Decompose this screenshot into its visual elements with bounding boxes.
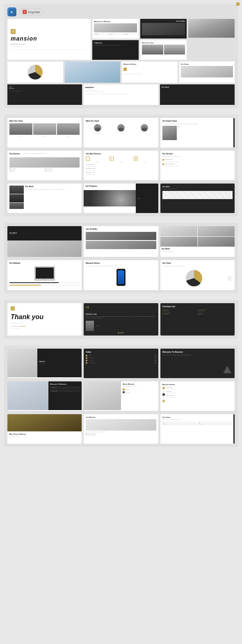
testimonial-author: Author Role (86, 321, 156, 331)
contact-item-3: Call & Message +1 234 567 890 (162, 313, 197, 315)
testimonial-photo (86, 321, 94, 331)
website-bars (9, 282, 80, 286)
best-service-slide: Our Best Service ⬡ Service ◈ Service ⬟ S… (84, 151, 158, 180)
mansion-name: mansion (85, 86, 157, 88)
work-grid-text: First Service ▶ Second ▶ Third (162, 251, 233, 252)
s2-desc2: Lorem ipsum dolor sit amet consectetur (162, 166, 233, 167)
wb-p1 (9, 186, 24, 194)
hero-row-2: Mansion History Lorem ipsum dolor sit am… (7, 61, 235, 83)
contact-item-1: Office Hours Mon-Sat 8am-6pm (162, 309, 197, 311)
work-box-photo (7, 240, 82, 257)
avatar-body-2 (118, 127, 124, 132)
mansion-dark-title: e Mansion (94, 42, 137, 44)
phone-notch-inner (120, 270, 122, 270)
why-photo (7, 414, 82, 431)
portfolio-photo (142, 23, 185, 35)
meet-team-slide: Meet Our Team (140, 40, 187, 60)
testimonial-slide: " Bramden Lucky The joy of life comes fr… (84, 303, 158, 336)
welcome-slide: Welcome To Mansion ■ Stat One ■ Stat Two… (92, 19, 139, 39)
stat-2: ■ Stat Two (109, 33, 123, 35)
t1-p2 (33, 123, 56, 135)
s2-item1-row: First Build Service (162, 159, 233, 161)
keynote-label: Keynote (28, 10, 40, 14)
cover-divider (11, 50, 87, 50)
portfolio-slide-dark: Our Portfolio (140, 19, 187, 39)
keynote-icon: K (23, 10, 27, 14)
index-row-1: About Us 01 (86, 355, 156, 356)
history-gold (123, 68, 127, 71)
mansion-dark-slide: e Mansion Lorem ipsum dolor sit amet con… (92, 40, 139, 60)
pie-chart (28, 65, 43, 79)
about-slide: About Mansion Lorem ipsum dolor sit amet… (84, 381, 158, 411)
bs-desc2: Lorem ipsum dolor sit amet (86, 170, 156, 171)
circle-name-2: Lost Chair (117, 132, 125, 133)
testimonial-name: Bramden Lucky (86, 313, 156, 315)
t1-n3: Director (57, 136, 80, 136)
contact-val-2: 123 Main St, City (198, 311, 233, 311)
tl-line-1 (163, 390, 164, 393)
service-1-items: ■ First Service ■ Second Service ■ Third… (9, 168, 80, 172)
portfolio-title: Our Portfolio (142, 20, 185, 22)
work-dark-box: Our Work subtitle here (7, 226, 82, 257)
contact-val-3: +1 234 567 890 (162, 314, 197, 315)
about-title: About Mansion (123, 383, 157, 385)
idx-dot-4 (86, 362, 87, 364)
history-timeline: 1 2 3 Our Website Lorem ipsum dolor sit … (162, 387, 233, 402)
contact-val-4: @mansion (198, 314, 233, 315)
service-2-title: Our Service (162, 153, 233, 155)
hero-row-3: omeMansion Lorem ipsum dolor sit amet ma… (7, 84, 235, 105)
meet-team-title: Meet Our Team (142, 42, 185, 44)
mission-slide: Our Mission Lorem ipsum dolor sit amet c… (84, 414, 158, 444)
idx-num-3: 03 (155, 360, 156, 361)
mansion-desc: An Advanced PresentationFollow our rules… (85, 89, 157, 93)
about-icon-1: Service One (123, 388, 157, 390)
section-4: J ··· Thank you Lorem ipsum dolor sit am… (4, 300, 238, 339)
main-container: K K Keynote J mansion An Advanced Presen… (0, 0, 242, 454)
tl-desc-3: Lorem ipsum dolor sit amet (166, 397, 233, 397)
portfolio-row: Our Work subtitle here Our Portfolio (7, 226, 235, 257)
bsi-1: ⬡ Service (86, 156, 108, 162)
team-2-circles: Thanks Lee Lost Chair Adel & Proff (86, 124, 156, 133)
section-5: MANSION Lorem ipsum dolor sit Index Abou… (4, 345, 238, 447)
bs-desc1: Lorem ipsum dolor sit amet (86, 166, 156, 167)
wdi-flex: Welcome To Mansion ⬡ First Service ⬡ Sec… (7, 381, 82, 410)
md-photo (7, 349, 37, 377)
welcome-dark-slide: Welcome To Mansion Lorem ipsum dolor sit… (160, 349, 235, 378)
thankyou-row: J ··· Thank you Lorem ipsum dolor sit am… (7, 303, 235, 336)
device-title: Mansion Device (86, 262, 156, 265)
team-1-header: Meet Our Team (9, 120, 80, 122)
port-p1 (86, 232, 156, 240)
wdi-boxes: ⬡ First Service ⬡ Second Service (50, 386, 80, 392)
work-buildings-inner: Our Work Lorem ipsum dolor sit amet cons… (9, 186, 80, 209)
expert-photo (162, 126, 177, 140)
t1-p1 (9, 123, 32, 135)
idx-dot-3 (86, 360, 87, 361)
why-body: Lorem ipsum dolor sit amet (9, 435, 80, 436)
vd-label-1: Vision One (163, 424, 196, 424)
pg-3 (160, 237, 197, 247)
about-text: About Mansion Lorem ipsum dolor sit amet… (121, 381, 158, 410)
circle-name-1: Thanks Lee (94, 132, 101, 133)
about-flex: About Mansion Lorem ipsum dolor sit amet… (84, 381, 158, 410)
history-dark-slide: Mansion History 1 2 3 Our Website Lorem … (160, 381, 235, 411)
welcome-stats: ■ Stat One ■ Stat Two ■ Stat Three (94, 33, 137, 35)
chart-legend: ■ Category 1 ■ Category 2 ■ Category 3 (228, 276, 233, 281)
about-dark-1 (123, 391, 125, 393)
bs-desc3: Lorem ipsum dolor sit amet (86, 174, 156, 175)
welcome-dark-img: Welcome To Mansion ⬡ First Service ⬡ Sec… (7, 381, 82, 411)
circle-member-3: Adel & Proff (141, 124, 148, 133)
testimonial-dots (86, 332, 156, 333)
about-gold-1 (123, 388, 125, 390)
pg-1 (160, 226, 197, 236)
s2-desc1: Lorem ipsum dolor sit amet consectetur (162, 161, 233, 162)
chart-content: ■ Category 1 ■ Category 2 ■ Category 3 (162, 268, 233, 288)
service-row: Our Service Lorem ipsum dolor sit amet c… (7, 151, 235, 180)
tl-desc-2: Lorem ipsum dolor sit amet (166, 392, 233, 393)
gold-accent (236, 2, 240, 6)
pg-4 (198, 237, 235, 247)
work-photo-grid: Our Work First Service ▶ Second ▶ Third (160, 226, 235, 257)
work-progress-row: Our Work Lorem ipsum dolor sit amet cons… (7, 184, 235, 213)
tl-event-1: Our Website (166, 387, 233, 388)
tl-num-1: 1 (162, 387, 165, 389)
idx-text-4: Photography (89, 362, 96, 364)
